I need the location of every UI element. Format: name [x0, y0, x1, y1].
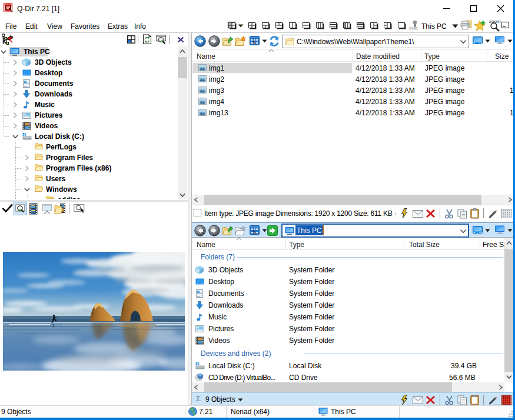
svg-text:inet: inet [409, 25, 418, 31]
